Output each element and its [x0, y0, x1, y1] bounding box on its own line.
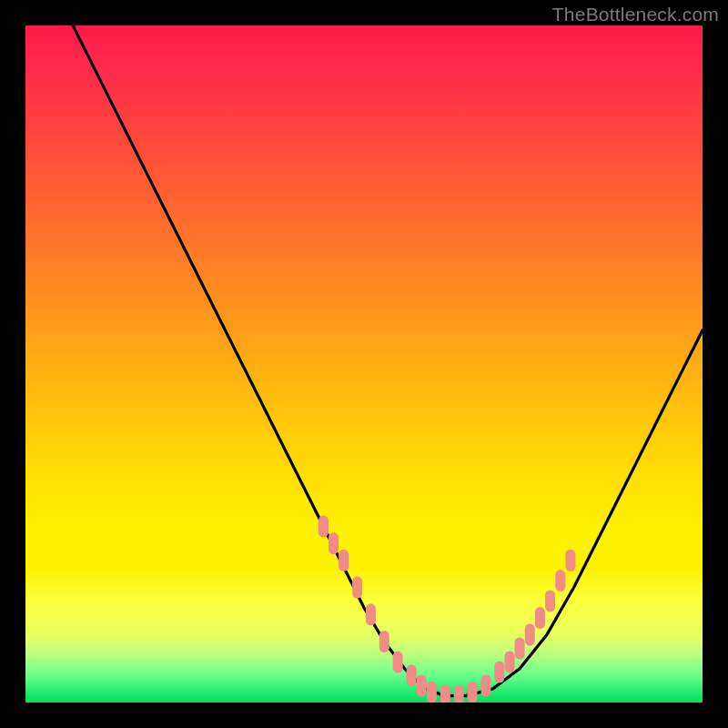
chart-frame — [25, 25, 703, 703]
chart-gradient-background — [25, 25, 703, 703]
watermark-text: TheBottleneck.com — [552, 4, 719, 25]
